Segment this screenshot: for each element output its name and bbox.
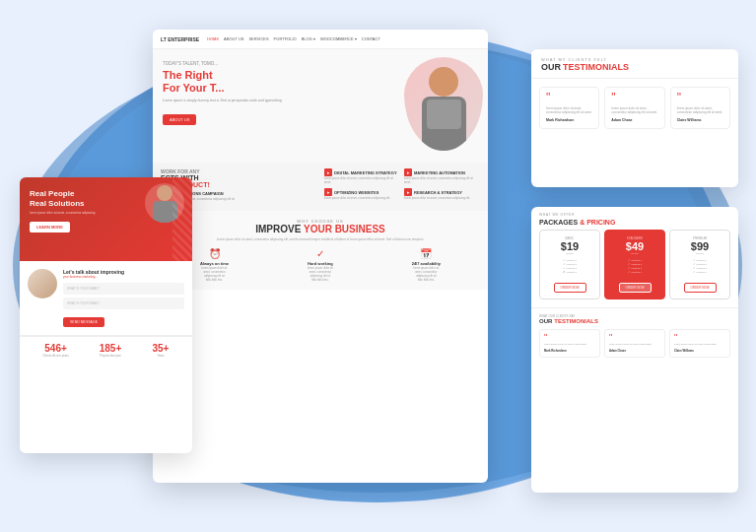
service-item-3: ▸ OPTIMIZING WEBSITES lorem ipsum dolor …	[324, 188, 400, 201]
rb-testimonial-author-2: Adam Chase	[609, 349, 660, 353]
rb-quote-icon-1: "	[544, 334, 595, 341]
feature-hardwork-title: Hard working	[308, 261, 333, 266]
testimonial-text-1: lorem ipsum dolor sit amet, consectetur …	[546, 106, 592, 114]
rb-testimonials-title-highlight: TESTIMONIALS	[554, 318, 598, 324]
pricing-basic: BASIC $19 /month ✓ Feature 1 ✓ Feature 2…	[539, 230, 600, 299]
nav-portfolio: PORTFOLIO	[274, 36, 297, 41]
svg-point-3	[429, 67, 458, 97]
hero-person-circle	[404, 57, 483, 151]
pricing-title-normal: PACKAGES	[539, 219, 578, 226]
nav-about: ABOUT US	[224, 36, 243, 41]
feature-ontime-desc: lorem ipsum dolor sitamet, consecteturad…	[200, 266, 229, 282]
feature-availability-title: 24/7 availability	[412, 261, 441, 266]
left-learn-more-btn: LEARN MORE	[30, 222, 70, 233]
testimonial-author-2: Adam Chase	[611, 118, 657, 122]
stat-years-label: Years	[152, 354, 169, 358]
testimonials-title: OUR TESTIMONIALS	[541, 62, 728, 72]
right-top-testimonials-mockup: WHAT MY CLIENTS FELT OUR TESTIMONIALS " …	[531, 49, 738, 187]
nav-contact: CONTACT	[362, 36, 380, 41]
rb-quote-icon-3: "	[674, 334, 725, 341]
service-item-2: ▸ MARKETING AUTOMATION lorem ipsum dolor…	[404, 168, 480, 184]
right-bottom-pricing-mockup: WHAT WE OFFER PACKAGES & PRICING BASIC $…	[531, 207, 738, 493]
services-section: WORK FOR ANY ECTS WITH UM PRODUCT! LEAD …	[153, 163, 488, 211]
service-item-1: ▸ DIGITAL MARKETING STRATEGY lorem ipsum…	[324, 168, 400, 184]
stat-years-number: 35+	[152, 343, 169, 354]
svg-point-6	[157, 185, 172, 201]
check-icon: ✓	[308, 248, 333, 259]
left-chat-subtitle: your business marketing ...	[63, 275, 184, 279]
nav-woo: WOOCOMMERCE ▾	[320, 36, 357, 41]
testimonial-author-1: Mark Richardson	[546, 118, 592, 122]
quote-icon-3: "	[677, 94, 723, 103]
hero-cta-button: ABOUT US	[163, 114, 196, 125]
chat-email-field[interactable]: WHAT IS YOUR EMAIL?	[63, 298, 184, 309]
pricing-standard-price: $49	[609, 240, 660, 252]
pricing-basic-features: ✓ Feature 1 ✓ Feature 2 ✓ Feature 3 ✗ Fe…	[544, 259, 595, 274]
rb-testimonials-cards: " lorem ipsum dolor sit amet consectetur…	[539, 329, 730, 358]
hero-image	[394, 49, 488, 163]
left-website-mockup: Real People Real Solutions lorem ipsum d…	[20, 177, 192, 453]
left-chat-content: Let's talk about improving your business…	[63, 269, 184, 327]
rb-testimonials-title-normal: OUR	[539, 318, 552, 324]
pricing-standard-period: /month	[609, 252, 660, 255]
service-item-4: ▸ RESEARCH & STRATEGY lorem ipsum dolor …	[404, 188, 480, 201]
quote-icon-2: "	[611, 94, 657, 103]
testimonials-title-normal: OUR	[541, 62, 561, 72]
rb-testimonials-section: WHAT OUR CLIENTS SAY OUR TESTIMONIALS " …	[531, 307, 738, 364]
nav-items: HOME ABOUT US SERVICES PORTFOLIO BLOG ▾ …	[207, 36, 380, 41]
feature-availability-desc: lorem ipsum dolor sitamet, consecteturad…	[412, 266, 441, 282]
pricing-premium-period: /month	[674, 252, 725, 255]
pricing-premium-btn: ORDER NOW	[684, 283, 717, 293]
hero-content: TODAY'S TALENT, TOMO... The Right For Yo…	[153, 49, 394, 163]
quote-icon-1: "	[546, 94, 592, 103]
rb-testimonial-2: " lorem ipsum dolor sit amet consectetur…	[604, 329, 665, 358]
testimonial-author-3: Claire Williams	[677, 118, 723, 122]
rb-testimonial-3: " lorem ipsum dolor sit amet consectetur…	[669, 329, 730, 358]
improve-title: IMPROVE YOUR BUSINESS	[161, 224, 480, 234]
pricing-basic-period: /month	[544, 252, 595, 255]
improve-features: ⏰ Always on time lorem ipsum dolor sitam…	[161, 248, 480, 282]
rb-testimonial-author-1: Mark Richardson	[544, 349, 595, 353]
main-hero: TODAY'S TALENT, TOMO... The Right For Yo…	[153, 49, 488, 163]
pricing-standard: STANDARD $49 /month ✓ Feature 1 ✓ Featur…	[604, 230, 665, 299]
pricing-what-label: WHAT WE OFFER	[531, 207, 738, 219]
feature-hardwork: ✓ Hard working lorem ipsum dolor sitamet…	[308, 248, 333, 282]
pricing-cards: BASIC $19 /month ✓ Feature 1 ✓ Feature 2…	[531, 230, 738, 307]
stat-projects: 185+ Projects last year	[100, 343, 122, 358]
rb-testimonial-text-3: lorem ipsum dolor sit amet consectetur	[674, 343, 725, 346]
stat-clients-number: 546+	[43, 343, 69, 354]
feature-ontime-title: Always on time	[200, 261, 229, 266]
stat-clients: 546+ Clients all over years	[43, 343, 69, 358]
feature-availability: 📅 24/7 availability lorem ipsum dolor si…	[412, 248, 441, 282]
rb-testimonials-title: OUR TESTIMONIALS	[539, 318, 730, 324]
svg-rect-5	[427, 100, 461, 129]
improve-section: WHY CHOOSE US IMPROVE YOUR BUSINESS Lore…	[153, 211, 488, 289]
hero-subtitle: TODAY'S TALENT, TOMO...	[163, 61, 384, 66]
left-stats-section: 546+ Clients all over years 185+ Project…	[20, 336, 192, 364]
testimonials-header: WHAT MY CLIENTS FELT OUR TESTIMONIALS	[531, 49, 738, 79]
pricing-standard-features: ✓ Feature 1 ✓ Feature 2 ✓ Feature 3 ✓ Fe…	[609, 259, 660, 274]
main-website-mockup: LT ENTERPRISE HOME ABOUT US SERVICES POR…	[153, 30, 488, 483]
pricing-basic-price: $19	[544, 240, 595, 252]
chat-send-btn: SEND MESSAGE	[63, 317, 104, 327]
chat-name-field[interactable]: WHAT IS YOUR NAME?	[63, 283, 184, 295]
pricing-premium-price: $99	[674, 240, 725, 252]
testimonials-title-highlight: TESTIMONIALS	[563, 62, 629, 72]
pricing-title: PACKAGES & PRICING	[531, 219, 738, 230]
clock-icon: ⏰	[200, 248, 229, 259]
rb-quote-icon-2: "	[609, 334, 660, 341]
left-chat-section: Let's talk about improving your business…	[20, 261, 192, 336]
testimonial-card-2: " lorem ipsum dolor sit amet, consectetu…	[604, 87, 664, 129]
left-chat-avatar	[28, 269, 57, 299]
testimonials-cards: " lorem ipsum dolor sit amet, consectetu…	[531, 79, 738, 137]
feature-ontime: ⏰ Always on time lorem ipsum dolor sitam…	[200, 248, 229, 282]
testimonial-card-1: " lorem ipsum dolor sit amet, consectetu…	[539, 87, 599, 129]
pricing-premium: PREMIUM $99 /month ✓ Feature 1 ✓ Feature…	[669, 230, 730, 299]
pricing-basic-btn: ORDER NOW	[554, 283, 586, 293]
feature-hardwork-desc: lorem ipsum dolor sitamet, consecteturad…	[308, 266, 333, 282]
rb-testimonial-text-2: lorem ipsum dolor sit amet consectetur	[609, 343, 660, 346]
rb-testimonial-author-3: Claire Williams	[674, 349, 725, 353]
stat-projects-label: Projects last year	[100, 354, 122, 358]
nav-services: SERVICES	[248, 36, 268, 41]
brand-logo: LT ENTERPRISE	[161, 36, 199, 42]
